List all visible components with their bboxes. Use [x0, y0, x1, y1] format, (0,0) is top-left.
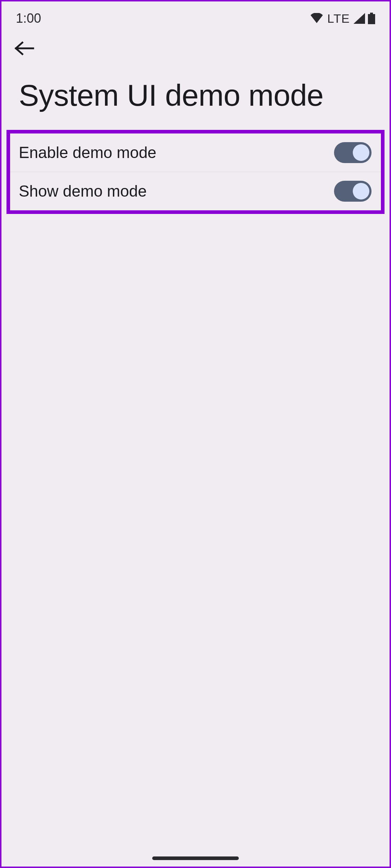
svg-rect-0: [370, 13, 373, 14]
svg-rect-1: [368, 14, 375, 24]
enable-demo-label: Enable demo mode: [19, 144, 157, 162]
show-demo-mode-row[interactable]: Show demo mode: [10, 172, 381, 210]
highlight-annotation: Enable demo mode Show demo mode: [6, 130, 385, 214]
enable-demo-toggle[interactable]: [334, 142, 372, 163]
enable-demo-mode-row[interactable]: Enable demo mode: [10, 133, 381, 172]
toggle-thumb: [353, 144, 369, 161]
battery-icon: [368, 13, 375, 24]
back-button[interactable]: [1, 30, 390, 64]
signal-icon: [353, 13, 365, 24]
toggle-thumb: [353, 183, 369, 200]
navigation-bar-handle[interactable]: [152, 856, 239, 860]
show-demo-label: Show demo mode: [19, 182, 147, 200]
wifi-icon: [310, 13, 324, 24]
back-arrow-icon: [14, 41, 35, 56]
status-bar: 1:00 LTE: [1, 1, 390, 30]
status-time: 1:00: [16, 11, 41, 26]
network-label: LTE: [327, 12, 350, 26]
status-icons: LTE: [310, 12, 375, 26]
show-demo-toggle[interactable]: [334, 181, 372, 202]
page-title: System UI demo mode: [1, 64, 390, 130]
